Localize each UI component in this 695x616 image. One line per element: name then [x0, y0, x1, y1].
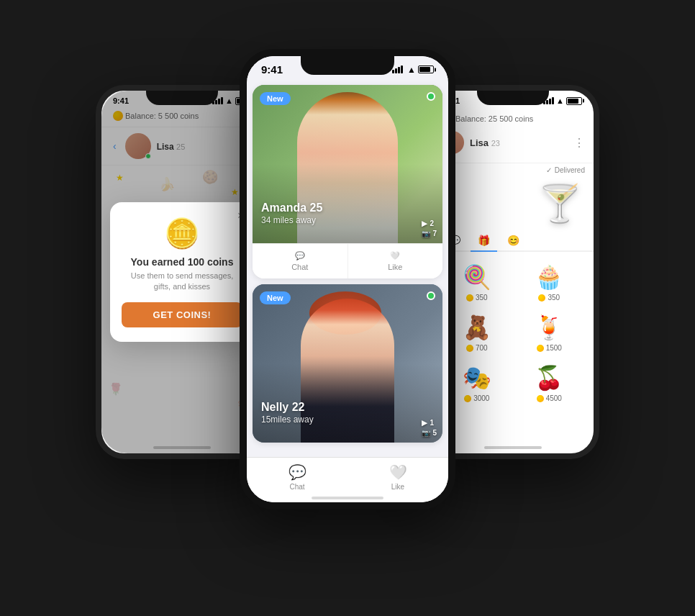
- gift-emoji: 🍒: [535, 364, 563, 391]
- gift-price: 3000: [464, 394, 489, 402]
- gift-tab-gifts[interactable]: 🎁: [471, 230, 497, 252]
- amanda-distance: 34 miles away: [261, 215, 316, 225]
- amanda-name: Amanda 25: [261, 201, 322, 214]
- center-signal-icons: ▲: [392, 65, 434, 75]
- modal-overlay: × 🪙 You earned 100 coins Use them to sen…: [101, 91, 263, 453]
- delivered-row: ✓ Delivered: [432, 163, 594, 177]
- tab-chat[interactable]: 💬 Chat: [247, 463, 348, 491]
- nelly-photo-counts: ▶1 📷5: [422, 419, 437, 437]
- right-balance-row: Balance: 25 500 coins: [441, 111, 585, 127]
- gift-tabs: 💬 🎁 😊: [432, 230, 594, 252]
- amanda-card: New ▶2 📷7 Amanda 25: [253, 85, 442, 278]
- gift-emoji: 🧁: [535, 263, 563, 291]
- gift-price: 350: [538, 294, 560, 302]
- amanda-photo-counts: ▶2 📷7: [422, 219, 437, 237]
- c-sig-2: [395, 68, 397, 73]
- gift-price-value: 700: [476, 344, 488, 352]
- center-screen: 9:41 ▲: [247, 56, 448, 502]
- r-sig-2: [546, 100, 548, 104]
- right-notch: [477, 91, 549, 105]
- menu-dots-button[interactable]: ⋮: [573, 136, 585, 150]
- c-sig-4: [401, 65, 403, 73]
- amanda-image: New ▶2 📷7 Amanda 25: [253, 85, 442, 243]
- gift-tab-emoji[interactable]: 😊: [500, 230, 527, 252]
- amanda-online-dot: [427, 92, 435, 101]
- amanda-photo: New ▶2 📷7 Amanda 25: [253, 85, 442, 243]
- gift-price-value: 1500: [546, 344, 562, 352]
- center-sig-bars: [392, 65, 403, 73]
- gift-item[interactable]: 🍒 4500: [514, 358, 586, 408]
- gift-coin-icon: [464, 395, 471, 402]
- nelly-name: Nelly 22: [261, 401, 305, 414]
- nelly-online-dot: [427, 291, 435, 300]
- right-header: Balance: 25 500 coins Lisa 23 ⋮: [432, 108, 594, 163]
- r-sig-3: [549, 99, 551, 104]
- center-phone: 9:41 ▲: [240, 49, 455, 509]
- center-notch: [301, 56, 394, 75]
- gift-price-value: 350: [476, 294, 488, 302]
- modal-card: × 🪙 You earned 100 coins Use them to sen…: [110, 202, 254, 343]
- center-bottom-tab-bar: 💬 Chat 🤍 Like: [247, 457, 448, 502]
- nelly-video-count: ▶1: [422, 419, 437, 427]
- gift-coin-icon: [538, 294, 545, 302]
- modal-subtitle: Use them to send messages, gifts, and ki…: [122, 271, 242, 293]
- coin-graphic: 🪙: [122, 217, 242, 250]
- phones-container: 9:41 ▲ Balance: 5 500 coins: [60, 13, 635, 603]
- gift-price-value: 3000: [473, 394, 489, 402]
- tab-like-icon: 🤍: [389, 463, 407, 481]
- gift-price: 1500: [537, 344, 562, 352]
- gift-emoji: 🍹: [535, 314, 563, 341]
- right-screen: 9:41 ▲ Balance: 25 500 coins: [432, 91, 594, 453]
- right-signal-icons: ▲: [543, 96, 582, 105]
- gift-price: 4500: [537, 394, 562, 402]
- gift-emoji: 🧸: [463, 314, 491, 341]
- nelly-photo: New ▶1 📷5 Nelly 22: [253, 284, 442, 443]
- tab-chat-label: Chat: [289, 483, 304, 491]
- left-notch: [146, 91, 218, 105]
- nelly-image: New ▶1 📷5 Nelly 22: [253, 284, 442, 443]
- checkmark-icon: ✓: [546, 166, 552, 174]
- amanda-actions: 💬 Chat 🤍 Like: [253, 243, 442, 278]
- left-screen: 9:41 ▲ Balance: 5 500 coins: [101, 91, 263, 453]
- right-wifi-icon: ▲: [556, 96, 564, 105]
- tab-like[interactable]: 🤍 Like: [348, 463, 448, 491]
- nelly-card: New ▶1 📷5 Nelly 22: [253, 284, 442, 443]
- like-label: Like: [388, 263, 402, 271]
- gift-item[interactable]: 🍹 1500: [514, 308, 586, 358]
- gift-emoji: 🍭: [463, 263, 491, 291]
- modal-title: You earned 100 coins: [122, 256, 242, 268]
- nelly-new-badge: New: [260, 291, 291, 304]
- tab-chat-icon: 💬: [289, 463, 306, 481]
- nelly-distance: 15miles away: [261, 415, 314, 425]
- amanda-chat-button[interactable]: 💬 Chat: [253, 244, 348, 278]
- gift-coin-icon: [537, 345, 544, 352]
- cocktail-area: 🍸: [432, 177, 594, 230]
- gift-price: 350: [466, 294, 488, 302]
- tab-like-label: Like: [391, 483, 404, 491]
- gift-grid: 🍭 350 🧁 350 🧸 700 🍹 1500 🎭: [432, 252, 594, 414]
- cocktail-emoji: 🍸: [537, 183, 582, 225]
- gift-item[interactable]: 🧁 350: [514, 258, 586, 307]
- amanda-video-count: ▶2: [422, 219, 437, 227]
- center-home-indicator: [312, 497, 383, 499]
- right-home-indicator: [484, 446, 542, 449]
- heart-icon: 🤍: [390, 251, 400, 261]
- right-battery-icon: [566, 97, 582, 105]
- nelly-photo-count: 📷5: [422, 429, 437, 437]
- right-chat-name: Lisa 23: [470, 137, 500, 148]
- gift-price: 700: [466, 344, 488, 352]
- gift-price-value: 4500: [546, 394, 562, 402]
- amanda-photo-count: 📷7: [422, 230, 437, 237]
- gift-coin-icon: [537, 395, 544, 402]
- center-battery-icon: [418, 65, 434, 73]
- c-sig-3: [398, 67, 400, 73]
- center-time: 9:41: [261, 63, 283, 76]
- center-wifi-icon: ▲: [407, 65, 416, 75]
- c-sig-1: [392, 70, 394, 73]
- get-coins-button[interactable]: GET COINS!: [122, 302, 242, 327]
- amanda-like-button[interactable]: 🤍 Like: [348, 244, 443, 278]
- gift-price-value: 350: [548, 294, 560, 302]
- right-chat-header: Lisa 23 ⋮: [441, 127, 585, 157]
- gift-emoji: 🎭: [463, 364, 491, 391]
- gift-coin-icon: [466, 345, 473, 352]
